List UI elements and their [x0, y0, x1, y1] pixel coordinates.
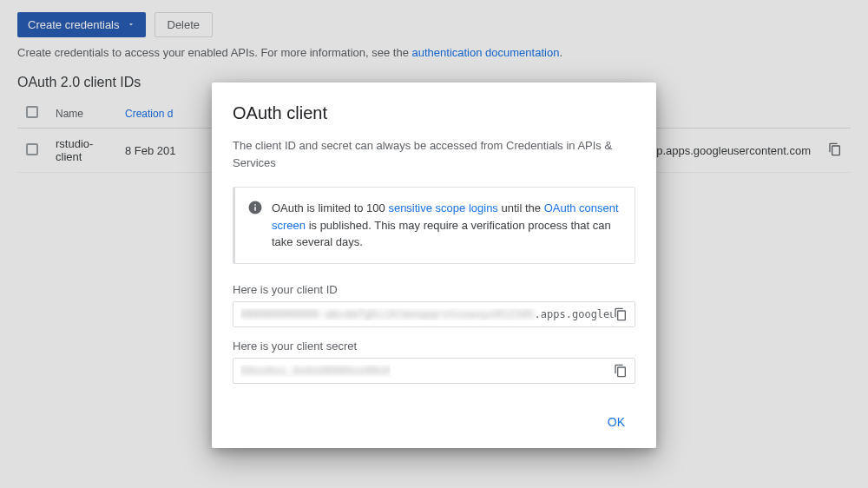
modal-title: OAuth client: [233, 103, 635, 123]
consent-notice: OAuth is limited to 100 sensitive scope …: [233, 187, 635, 264]
copy-client-id-icon[interactable]: [614, 307, 628, 321]
notice-mid: until the: [498, 201, 544, 214]
client-id-clear: .apps.googleusercontent.com: [535, 308, 614, 320]
client-secret-label: Here is your client secret: [233, 340, 635, 353]
notice-text: OAuth is limited to 100 sensitive scope …: [272, 200, 622, 251]
modal-subtitle: The client ID and secret can always be a…: [233, 137, 635, 171]
client-secret-field[interactable]: XXxxXxx_XxXxX0X0XxxX0xX: [233, 358, 635, 384]
client-secret-blurred: XXxxXxx_XxXxX0X0XxxX0xX: [240, 365, 391, 377]
notice-post: is published. This may require a verific…: [272, 219, 611, 249]
client-id-label: Here is your client ID: [233, 283, 635, 296]
sensitive-scope-link[interactable]: sensitive scope logins: [388, 201, 497, 214]
client-id-field[interactable]: 000000000000-abcdefghijklmnopqrstuvwxyz0…: [233, 301, 635, 327]
copy-client-secret-icon[interactable]: [614, 364, 628, 378]
client-id-blurred: 000000000000-abcdefghijklmnopqrstuvwxyz0…: [240, 308, 535, 320]
notice-pre: OAuth is limited to 100: [272, 201, 388, 214]
info-icon: [247, 200, 263, 251]
oauth-client-modal: OAuth client The client ID and secret ca…: [212, 82, 656, 448]
ok-button[interactable]: OK: [597, 408, 635, 436]
